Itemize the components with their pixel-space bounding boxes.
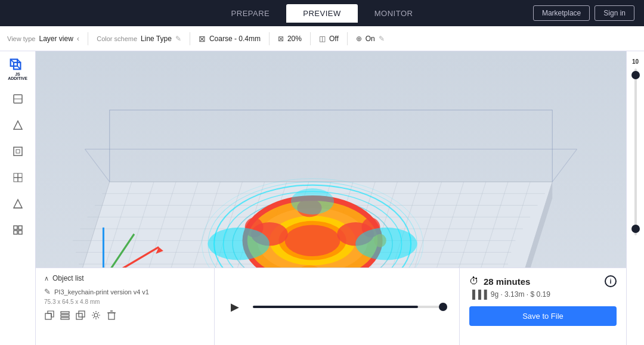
svg-rect-88 <box>76 313 82 319</box>
svg-rect-18 <box>18 231 22 234</box>
svg-rect-91 <box>109 313 114 319</box>
object-list-header: ∧ Object list <box>44 274 206 282</box>
progress-thumb[interactable] <box>439 303 447 311</box>
layer-slider-thumb-top[interactable] <box>631 71 640 79</box>
filament-icon: ▐▐▐ <box>469 290 487 299</box>
support-section: ⊕ On ✎ <box>356 35 385 43</box>
tab-monitor[interactable]: MONITOR <box>358 4 430 23</box>
object-list-panel: ∧ Object list ✎ PI3_keychain-print versi… <box>36 268 215 345</box>
walls-value[interactable]: Off <box>329 35 339 43</box>
svg-point-70 <box>208 228 270 260</box>
progress-track[interactable] <box>253 306 447 308</box>
tab-prepare[interactable]: PREPARE <box>215 4 287 23</box>
svg-rect-9 <box>16 150 20 153</box>
info-time-row: ⏱ 28 minutes i <box>469 275 617 287</box>
svg-marker-84 <box>48 311 54 317</box>
bottom-panel: ∧ Object list ✎ PI3_keychain-print versi… <box>36 268 626 345</box>
svg-rect-83 <box>45 313 51 319</box>
divider-2 <box>190 32 190 45</box>
color-scheme-section: Color scheme Line Type ✎ <box>97 35 181 43</box>
svg-rect-85 <box>61 312 69 313</box>
tab-preview[interactable]: PREVIEW <box>286 4 357 23</box>
sidebar-tool-3[interactable] <box>7 141 29 162</box>
svg-marker-13 <box>14 200 22 208</box>
sidebar-tool-4[interactable] <box>7 167 29 188</box>
clock-icon: ⏱ <box>469 276 479 287</box>
svg-rect-16 <box>18 226 22 229</box>
object-item: ✎ PI3_keychain-print version v4 v1 <box>44 287 206 296</box>
layer-number: 10 <box>632 58 639 65</box>
info-time-label: 28 minutes <box>484 276 530 287</box>
object-list-icon[interactable] <box>60 310 70 322</box>
divider-1 <box>88 32 88 45</box>
object-dims: 75.3 x 64.5 x 4.8 mm <box>44 299 206 305</box>
divider-3 <box>269 32 270 45</box>
divider-5 <box>347 32 348 45</box>
object-actions <box>44 310 206 322</box>
divider-4 <box>310 32 311 45</box>
view-type-value[interactable]: Layer view <box>39 35 73 43</box>
view-type-chevron-icon[interactable]: ‹ <box>77 34 79 43</box>
nav-tabs: PREPARE PREVIEW MONITOR <box>215 4 430 23</box>
svg-rect-8 <box>14 147 22 156</box>
view-type-label: View type <box>7 35 36 42</box>
object-settings-icon[interactable] <box>91 310 101 322</box>
progress-fill <box>253 306 418 308</box>
svg-point-62 <box>285 225 340 256</box>
signin-button[interactable]: Sign in <box>595 5 634 21</box>
svg-point-72 <box>291 188 334 215</box>
nav-right-buttons: Marketplace Sign in <box>533 5 634 21</box>
object-copy-icon[interactable] <box>75 310 86 322</box>
svg-rect-89 <box>79 311 85 317</box>
right-panel: 10 <box>626 51 644 345</box>
support-value[interactable]: On <box>366 35 375 43</box>
chevron-expand-icon[interactable]: ∧ <box>44 275 49 282</box>
svg-rect-17 <box>14 231 17 234</box>
play-button[interactable]: ▶ <box>227 299 243 315</box>
logo-icon <box>8 57 27 72</box>
fill-value[interactable]: 20% <box>287 35 302 43</box>
playback-bar: ▶ <box>215 268 459 345</box>
quality-icon: ⊠ <box>199 34 206 43</box>
walls-section: ◫ Off <box>319 35 339 43</box>
layer-slider-thumb-bottom[interactable] <box>631 225 640 233</box>
view-type-section: View type Layer view ‹ <box>7 34 79 43</box>
top-nav: PREPARE PREVIEW MONITOR Marketplace Sign… <box>0 0 644 26</box>
layer-slider-track <box>634 69 637 235</box>
logo-text: JS ADDITIVE <box>6 72 30 81</box>
sidebar-tool-5[interactable] <box>7 193 29 215</box>
quality-value[interactable]: Coarse - 0.4mm <box>209 35 261 43</box>
svg-rect-15 <box>14 226 17 229</box>
info-panel: ⏱ 28 minutes i ▐▐▐ 9g · 3.13m · $ 0.19 S… <box>459 268 626 345</box>
layer-slider-container: 10 <box>632 56 639 340</box>
svg-rect-86 <box>61 315 69 316</box>
walls-icon: ◫ <box>319 35 326 43</box>
left-sidebar: JS ADDITIVE <box>0 51 36 345</box>
color-scheme-value[interactable]: Line Type <box>141 35 172 43</box>
info-tooltip-icon[interactable]: i <box>605 275 617 287</box>
fill-icon: ⊠ <box>278 35 284 43</box>
sidebar-tool-1[interactable] <box>7 88 29 110</box>
color-scheme-edit-icon[interactable]: ✎ <box>175 35 181 43</box>
object-list-title: Object list <box>52 274 84 282</box>
svg-marker-7 <box>14 121 22 129</box>
info-cost-label: 9g · 3.13m · $ 0.19 <box>491 290 550 299</box>
pencil-icon: ✎ <box>44 287 51 296</box>
support-edit-icon[interactable]: ✎ <box>379 35 385 43</box>
object-3d-icon[interactable] <box>44 310 55 322</box>
quality-section: ⊠ Coarse - 0.4mm <box>199 34 261 43</box>
toolbar: View type Layer view ‹ Color scheme Line… <box>0 26 644 51</box>
svg-point-71 <box>355 228 417 260</box>
save-to-file-button[interactable]: Save to File <box>469 306 617 326</box>
svg-rect-87 <box>61 318 69 319</box>
marketplace-button[interactable]: Marketplace <box>533 5 590 21</box>
svg-point-90 <box>94 313 98 317</box>
sidebar-tool-2[interactable] <box>7 114 29 136</box>
object-trash-icon[interactable] <box>106 310 117 322</box>
object-name: PI3_keychain-print version v4 v1 <box>54 288 149 296</box>
sidebar-tool-6[interactable] <box>7 219 29 241</box>
info-cost: ▐▐▐ 9g · 3.13m · $ 0.19 <box>469 290 617 299</box>
support-icon: ⊕ <box>356 35 362 43</box>
fill-section: ⊠ 20% <box>278 35 302 43</box>
logo: JS ADDITIVE <box>6 57 30 81</box>
